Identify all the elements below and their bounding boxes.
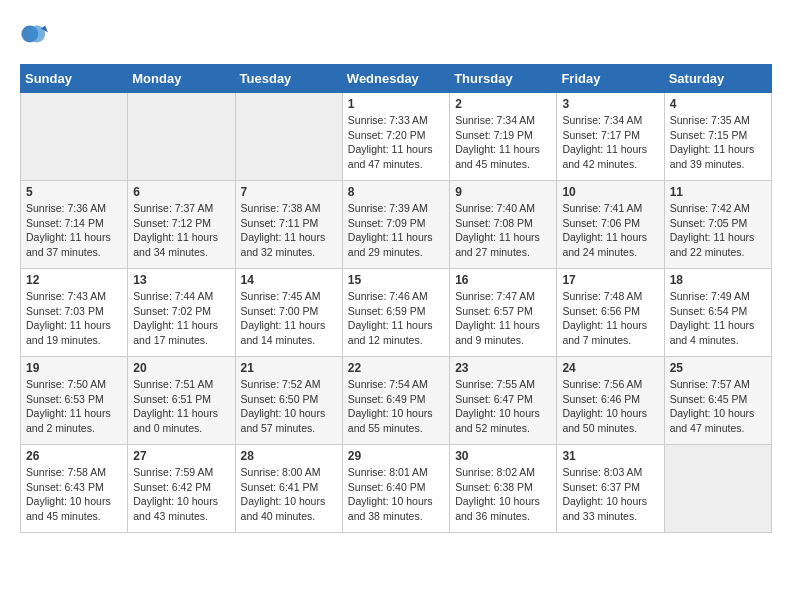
day-number: 12 — [26, 273, 122, 287]
day-info-line: Daylight: 11 hours and 2 minutes. — [26, 406, 122, 435]
day-info-line: Sunset: 6:59 PM — [348, 304, 444, 319]
day-info-line: Sunset: 6:38 PM — [455, 480, 551, 495]
day-info-line: Daylight: 11 hours and 27 minutes. — [455, 230, 551, 259]
day-info-line: Sunrise: 7:55 AM — [455, 377, 551, 392]
day-info-line: Daylight: 11 hours and 39 minutes. — [670, 142, 766, 171]
day-info-line: Daylight: 10 hours and 55 minutes. — [348, 406, 444, 435]
day-info-line: Sunset: 7:00 PM — [241, 304, 337, 319]
day-info-line: Daylight: 10 hours and 36 minutes. — [455, 494, 551, 523]
calendar-cell: 28Sunrise: 8:00 AMSunset: 6:41 PMDayligh… — [235, 445, 342, 533]
day-info-line: Daylight: 11 hours and 45 minutes. — [455, 142, 551, 171]
day-info-line: Daylight: 10 hours and 40 minutes. — [241, 494, 337, 523]
day-number: 10 — [562, 185, 658, 199]
day-info-line: Sunrise: 7:34 AM — [562, 113, 658, 128]
day-info-line: Sunrise: 7:51 AM — [133, 377, 229, 392]
day-info-line: Daylight: 10 hours and 38 minutes. — [348, 494, 444, 523]
calendar-cell: 1Sunrise: 7:33 AMSunset: 7:20 PMDaylight… — [342, 93, 449, 181]
calendar-body: 1Sunrise: 7:33 AMSunset: 7:20 PMDaylight… — [21, 93, 772, 533]
day-info-line: Sunrise: 7:44 AM — [133, 289, 229, 304]
day-number: 21 — [241, 361, 337, 375]
day-info-line: Sunset: 7:03 PM — [26, 304, 122, 319]
day-info-line: Sunset: 6:53 PM — [26, 392, 122, 407]
day-number: 11 — [670, 185, 766, 199]
calendar-week-0: 1Sunrise: 7:33 AMSunset: 7:20 PMDaylight… — [21, 93, 772, 181]
calendar-cell: 29Sunrise: 8:01 AMSunset: 6:40 PMDayligh… — [342, 445, 449, 533]
header-day-sunday: Sunday — [21, 65, 128, 93]
day-info-line: Sunset: 6:45 PM — [670, 392, 766, 407]
day-info-line: Daylight: 11 hours and 9 minutes. — [455, 318, 551, 347]
calendar-cell: 5Sunrise: 7:36 AMSunset: 7:14 PMDaylight… — [21, 181, 128, 269]
header-day-monday: Monday — [128, 65, 235, 93]
day-info-line: Sunrise: 7:54 AM — [348, 377, 444, 392]
calendar-week-1: 5Sunrise: 7:36 AMSunset: 7:14 PMDaylight… — [21, 181, 772, 269]
day-info-line: Sunrise: 7:36 AM — [26, 201, 122, 216]
day-info-line: Daylight: 11 hours and 37 minutes. — [26, 230, 122, 259]
day-info-line: Daylight: 10 hours and 47 minutes. — [670, 406, 766, 435]
day-info-line: Sunset: 6:41 PM — [241, 480, 337, 495]
calendar-cell: 7Sunrise: 7:38 AMSunset: 7:11 PMDaylight… — [235, 181, 342, 269]
day-number: 7 — [241, 185, 337, 199]
calendar-cell: 15Sunrise: 7:46 AMSunset: 6:59 PMDayligh… — [342, 269, 449, 357]
day-info-line: Sunset: 7:14 PM — [26, 216, 122, 231]
calendar-cell: 24Sunrise: 7:56 AMSunset: 6:46 PMDayligh… — [557, 357, 664, 445]
calendar-cell — [21, 93, 128, 181]
day-info-line: Daylight: 11 hours and 29 minutes. — [348, 230, 444, 259]
calendar-week-4: 26Sunrise: 7:58 AMSunset: 6:43 PMDayligh… — [21, 445, 772, 533]
day-info-line: Sunrise: 7:58 AM — [26, 465, 122, 480]
day-number: 17 — [562, 273, 658, 287]
page-header — [20, 20, 772, 48]
calendar-cell: 20Sunrise: 7:51 AMSunset: 6:51 PMDayligh… — [128, 357, 235, 445]
calendar-cell: 13Sunrise: 7:44 AMSunset: 7:02 PMDayligh… — [128, 269, 235, 357]
calendar-cell: 19Sunrise: 7:50 AMSunset: 6:53 PMDayligh… — [21, 357, 128, 445]
day-info-line: Sunrise: 7:50 AM — [26, 377, 122, 392]
day-info-line: Daylight: 11 hours and 0 minutes. — [133, 406, 229, 435]
day-info-line: Daylight: 11 hours and 24 minutes. — [562, 230, 658, 259]
calendar-cell: 2Sunrise: 7:34 AMSunset: 7:19 PMDaylight… — [450, 93, 557, 181]
calendar-cell — [664, 445, 771, 533]
calendar-cell: 30Sunrise: 8:02 AMSunset: 6:38 PMDayligh… — [450, 445, 557, 533]
day-info-line: Sunset: 7:12 PM — [133, 216, 229, 231]
day-info-line: Daylight: 10 hours and 52 minutes. — [455, 406, 551, 435]
day-info-line: Daylight: 10 hours and 45 minutes. — [26, 494, 122, 523]
day-info-line: Sunset: 7:11 PM — [241, 216, 337, 231]
calendar-cell: 9Sunrise: 7:40 AMSunset: 7:08 PMDaylight… — [450, 181, 557, 269]
day-info-line: Sunrise: 7:37 AM — [133, 201, 229, 216]
day-info-line: Daylight: 10 hours and 43 minutes. — [133, 494, 229, 523]
day-number: 16 — [455, 273, 551, 287]
day-info-line: Sunrise: 7:43 AM — [26, 289, 122, 304]
day-info-line: Sunset: 6:56 PM — [562, 304, 658, 319]
calendar-cell — [128, 93, 235, 181]
day-number: 1 — [348, 97, 444, 111]
day-number: 24 — [562, 361, 658, 375]
day-info-line: Sunrise: 7:34 AM — [455, 113, 551, 128]
day-number: 3 — [562, 97, 658, 111]
calendar-cell — [235, 93, 342, 181]
day-info-line: Sunset: 6:57 PM — [455, 304, 551, 319]
header-day-thursday: Thursday — [450, 65, 557, 93]
calendar-cell: 12Sunrise: 7:43 AMSunset: 7:03 PMDayligh… — [21, 269, 128, 357]
calendar-cell: 8Sunrise: 7:39 AMSunset: 7:09 PMDaylight… — [342, 181, 449, 269]
calendar-cell: 23Sunrise: 7:55 AMSunset: 6:47 PMDayligh… — [450, 357, 557, 445]
day-info-line: Sunset: 7:02 PM — [133, 304, 229, 319]
calendar-cell: 11Sunrise: 7:42 AMSunset: 7:05 PMDayligh… — [664, 181, 771, 269]
day-info-line: Daylight: 11 hours and 12 minutes. — [348, 318, 444, 347]
day-info-line: Sunset: 7:08 PM — [455, 216, 551, 231]
day-info-line: Sunrise: 8:02 AM — [455, 465, 551, 480]
calendar-cell: 4Sunrise: 7:35 AMSunset: 7:15 PMDaylight… — [664, 93, 771, 181]
day-number: 8 — [348, 185, 444, 199]
day-info-line: Sunrise: 8:03 AM — [562, 465, 658, 480]
calendar-cell: 10Sunrise: 7:41 AMSunset: 7:06 PMDayligh… — [557, 181, 664, 269]
calendar-cell: 26Sunrise: 7:58 AMSunset: 6:43 PMDayligh… — [21, 445, 128, 533]
day-info-line: Sunset: 7:19 PM — [455, 128, 551, 143]
day-info-line: Daylight: 11 hours and 47 minutes. — [348, 142, 444, 171]
day-info-line: Daylight: 11 hours and 42 minutes. — [562, 142, 658, 171]
day-info-line: Sunset: 6:49 PM — [348, 392, 444, 407]
day-number: 29 — [348, 449, 444, 463]
day-info-line: Sunset: 6:50 PM — [241, 392, 337, 407]
day-info-line: Sunset: 7:06 PM — [562, 216, 658, 231]
day-info-line: Sunrise: 7:47 AM — [455, 289, 551, 304]
calendar-cell: 17Sunrise: 7:48 AMSunset: 6:56 PMDayligh… — [557, 269, 664, 357]
day-info-line: Sunset: 7:05 PM — [670, 216, 766, 231]
day-number: 22 — [348, 361, 444, 375]
calendar-cell: 21Sunrise: 7:52 AMSunset: 6:50 PMDayligh… — [235, 357, 342, 445]
